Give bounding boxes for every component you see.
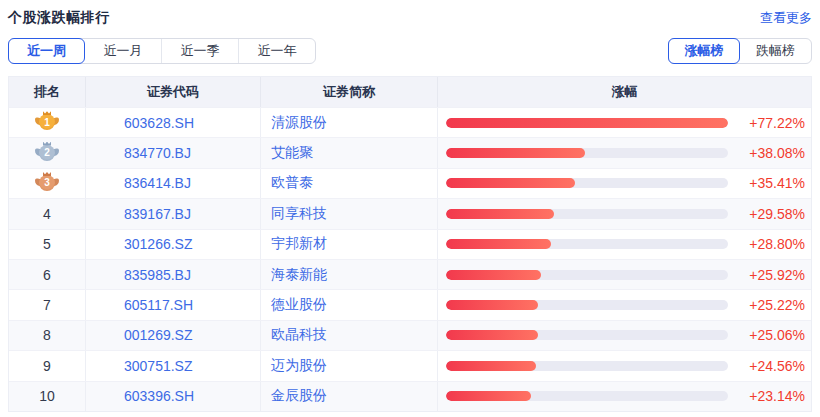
stock-code-link[interactable]: 001269.SZ xyxy=(124,327,193,343)
code-cell: 603628.SH xyxy=(86,108,261,137)
change-cell: +38.08% xyxy=(438,138,811,167)
stock-code-link[interactable]: 603628.SH xyxy=(124,115,194,131)
change-percent: +24.56% xyxy=(737,358,805,374)
stock-rank-widget: 个股涨跌幅排行 查看更多 近一周 近一月 近一季 近一年 涨幅榜 跌幅榜 排名 … xyxy=(0,0,820,417)
change-cell: +24.56% xyxy=(438,351,811,380)
rank-medal-icon: 3 xyxy=(35,175,59,192)
stock-code-link[interactable]: 835985.BJ xyxy=(124,267,191,283)
stock-code-link[interactable]: 300751.SZ xyxy=(124,358,193,374)
change-bar-fill xyxy=(446,330,538,340)
change-cell: +25.92% xyxy=(438,260,811,289)
tab-losers[interactable]: 跌幅榜 xyxy=(739,39,811,63)
rank-number: 10 xyxy=(39,388,55,404)
col-header-change: 涨幅 xyxy=(438,77,811,107)
rank-number: 9 xyxy=(43,358,51,374)
stock-name-link[interactable]: 艾能聚 xyxy=(271,144,313,162)
table-row[interactable]: 4 839167.BJ 同享科技 +29.58% xyxy=(9,198,811,228)
change-percent: +35.41% xyxy=(737,175,805,191)
change-percent: +28.80% xyxy=(737,236,805,252)
stock-name-link[interactable]: 同享科技 xyxy=(271,205,327,223)
col-header-name: 证券简称 xyxy=(261,77,438,107)
controls-row: 近一周 近一月 近一季 近一年 涨幅榜 跌幅榜 xyxy=(8,38,812,64)
table-row[interactable]: 1 603628.SH 清源股份 +77.22% xyxy=(9,107,811,137)
change-cell: +29.58% xyxy=(438,199,811,228)
change-bar-fill xyxy=(446,239,551,249)
code-cell: 603396.SH xyxy=(86,382,261,411)
stock-name-link[interactable]: 海泰新能 xyxy=(271,266,327,284)
change-bar-fill xyxy=(446,178,575,188)
rank-cell: 4 xyxy=(9,199,86,228)
name-cell: 欧普泰 xyxy=(261,169,438,198)
change-cell: +25.22% xyxy=(438,290,811,319)
stock-code-link[interactable]: 836414.BJ xyxy=(124,175,191,191)
table-row[interactable]: 3 836414.BJ 欧普泰 +35.41% xyxy=(9,168,811,198)
stock-code-link[interactable]: 839167.BJ xyxy=(124,206,191,222)
change-bar-fill xyxy=(446,148,585,158)
code-cell: 834770.BJ xyxy=(86,138,261,167)
change-bar-track xyxy=(446,209,728,219)
code-cell: 001269.SZ xyxy=(86,321,261,350)
name-cell: 金辰股份 xyxy=(261,382,438,411)
view-more-link[interactable]: 查看更多 xyxy=(760,9,812,27)
tab-month[interactable]: 近一月 xyxy=(84,39,161,63)
stock-code-link[interactable]: 834770.BJ xyxy=(124,145,191,161)
name-cell: 德业股份 xyxy=(261,290,438,319)
name-cell: 艾能聚 xyxy=(261,138,438,167)
table-row[interactable]: 8 001269.SZ 欧晶科技 +25.06% xyxy=(9,320,811,350)
change-cell: +77.22% xyxy=(438,108,811,137)
rank-cell: 6 xyxy=(9,260,86,289)
tab-gainers[interactable]: 涨幅榜 xyxy=(668,38,740,64)
change-bar-track xyxy=(446,361,728,371)
table-header: 排名 证券代码 证券简称 涨幅 xyxy=(9,77,811,107)
tab-week[interactable]: 近一周 xyxy=(8,38,85,64)
change-percent: +77.22% xyxy=(737,115,805,131)
stock-name-link[interactable]: 宇邦新材 xyxy=(271,235,327,253)
rank-number: 4 xyxy=(43,206,51,222)
change-bar-fill xyxy=(446,209,554,219)
change-bar-track xyxy=(446,148,728,158)
col-header-code: 证券代码 xyxy=(86,77,261,107)
table-row[interactable]: 10 603396.SH 金辰股份 +23.14% xyxy=(9,381,811,411)
rank-cell: 2 xyxy=(9,138,86,167)
table-row[interactable]: 2 834770.BJ 艾能聚 +38.08% xyxy=(9,137,811,167)
change-bar-fill xyxy=(446,118,728,128)
stock-code-link[interactable]: 605117.SH xyxy=(124,297,193,313)
stock-code-link[interactable]: 301266.SZ xyxy=(124,236,193,252)
stock-code-link[interactable]: 603396.SH xyxy=(124,388,194,404)
stock-name-link[interactable]: 清源股份 xyxy=(271,114,327,132)
stock-name-link[interactable]: 欧普泰 xyxy=(271,174,313,192)
tab-quarter[interactable]: 近一季 xyxy=(161,39,238,63)
rank-cell: 8 xyxy=(9,321,86,350)
change-cell: +25.06% xyxy=(438,321,811,350)
change-bar-track xyxy=(446,239,728,249)
stock-name-link[interactable]: 德业股份 xyxy=(271,296,327,314)
board-tabs: 涨幅榜 跌幅榜 xyxy=(668,38,812,64)
name-cell: 清源股份 xyxy=(261,108,438,137)
rank-number: 8 xyxy=(43,327,51,343)
name-cell: 海泰新能 xyxy=(261,260,438,289)
stock-name-link[interactable]: 迈为股份 xyxy=(271,357,327,375)
change-cell: +35.41% xyxy=(438,169,811,198)
name-cell: 宇邦新材 xyxy=(261,230,438,259)
rank-cell: 7 xyxy=(9,290,86,319)
table-row[interactable]: 5 301266.SZ 宇邦新材 +28.80% xyxy=(9,229,811,259)
change-bar-track xyxy=(446,391,728,401)
rank-medal-icon: 1 xyxy=(35,114,59,131)
table-row[interactable]: 6 835985.BJ 海泰新能 +25.92% xyxy=(9,259,811,289)
stock-name-link[interactable]: 欧晶科技 xyxy=(271,326,327,344)
change-bar-track xyxy=(446,300,728,310)
change-bar-track xyxy=(446,330,728,340)
page-title: 个股涨跌幅排行 xyxy=(8,9,110,27)
rank-medal-icon: 2 xyxy=(35,145,59,162)
table-row[interactable]: 7 605117.SH 德业股份 +25.22% xyxy=(9,289,811,319)
tab-year[interactable]: 近一年 xyxy=(238,39,315,63)
stock-name-link[interactable]: 金辰股份 xyxy=(271,387,327,405)
period-tabs: 近一周 近一月 近一季 近一年 xyxy=(8,38,316,64)
change-percent: +25.92% xyxy=(737,267,805,283)
change-bar-fill xyxy=(446,361,536,371)
table-row[interactable]: 9 300751.SZ 迈为股份 +24.56% xyxy=(9,350,811,380)
widget-header: 个股涨跌幅排行 查看更多 xyxy=(8,9,812,27)
col-header-rank: 排名 xyxy=(9,77,86,107)
change-percent: +38.08% xyxy=(737,145,805,161)
name-cell: 欧晶科技 xyxy=(261,321,438,350)
